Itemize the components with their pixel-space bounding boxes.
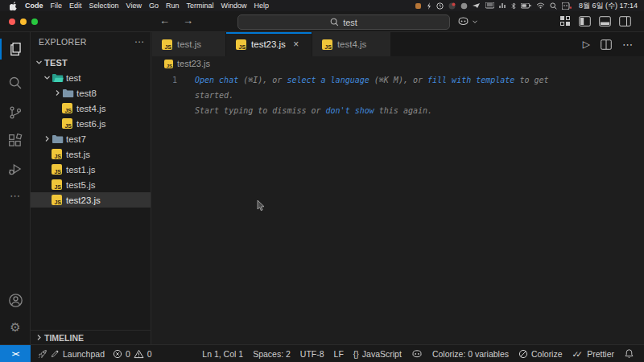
- sidebar-title: EXPLORER: [39, 37, 87, 47]
- clock-icon[interactable]: [436, 2, 444, 10]
- extensions-icon[interactable]: [0, 130, 31, 151]
- bluetooth-icon[interactable]: [511, 2, 516, 10]
- open-chat-link[interactable]: Open chat: [195, 76, 238, 84]
- tree-file-test5[interactable]: JS test5.js: [31, 177, 151, 192]
- colorize-variables-button[interactable]: Colorize: 0 variables: [427, 349, 514, 359]
- tab-test23-js-active[interactable]: JS test23.js ×: [226, 32, 312, 56]
- close-window-button[interactable]: [9, 19, 15, 25]
- notifications-bell-icon[interactable]: [619, 348, 639, 359]
- ghost-text-line3: Start typing to dismiss or don't show th…: [195, 103, 644, 118]
- tree-folder-test[interactable]: test: [31, 70, 151, 85]
- dont-show-link[interactable]: don't show: [326, 106, 374, 115]
- tab-test-js[interactable]: JS test.js: [152, 32, 226, 56]
- folder-icon: [52, 134, 65, 144]
- js-file-icon: JS: [162, 39, 172, 50]
- tree-file-test[interactable]: JS test.js: [31, 146, 151, 162]
- menu-window[interactable]: Window: [221, 2, 246, 10]
- tree-folder-test8[interactable]: test8: [31, 85, 151, 101]
- cursor-position-button[interactable]: Ln 1, Col 1: [197, 349, 248, 359]
- eol-button[interactable]: LF: [329, 349, 349, 359]
- js-file-icon: JS: [236, 39, 246, 50]
- explorer-icon[interactable]: [0, 39, 31, 60]
- apple-logo-icon[interactable]: [10, 2, 17, 10]
- toggle-panel-icon[interactable]: [599, 16, 611, 27]
- menu-view[interactable]: View: [126, 2, 142, 10]
- navigate-forward-button[interactable]: →: [183, 14, 193, 27]
- zoom-window-button[interactable]: [31, 19, 38, 25]
- menu-go[interactable]: Go: [149, 2, 159, 10]
- accounts-icon[interactable]: [0, 290, 31, 311]
- keyboard-icon[interactable]: [485, 2, 494, 9]
- command-center-search[interactable]: test: [237, 14, 450, 30]
- js-file-icon: JS: [164, 60, 173, 68]
- tree-folder-test7[interactable]: test7: [31, 131, 151, 146]
- remote-indicator-button[interactable]: ><: [0, 345, 31, 362]
- split-editor-icon[interactable]: [601, 39, 612, 50]
- tree-file-test4[interactable]: JS test4.js: [31, 101, 151, 116]
- js-file-icon: JS: [52, 195, 62, 205]
- customize-layout-icon[interactable]: [559, 15, 571, 27]
- colorize-button[interactable]: Colorize: [514, 349, 568, 359]
- toggle-secondary-sidebar-icon[interactable]: [619, 16, 631, 27]
- tree-file-test1[interactable]: JS test1.js: [31, 162, 151, 177]
- menubar-clock[interactable]: 8월 6일 (수) 17:14: [579, 1, 638, 11]
- file-tree: TEST test test8 JS test4.js JS test6.js …: [31, 55, 151, 208]
- run-file-button[interactable]: ▷: [583, 39, 590, 50]
- spotlight-search-icon[interactable]: [550, 2, 557, 10]
- code-area[interactable]: 1 Open chat (⌘I), or select a language (…: [152, 72, 644, 118]
- close-tab-icon[interactable]: ×: [291, 39, 302, 50]
- battery-icon[interactable]: [521, 3, 531, 9]
- folder-open-icon: [52, 72, 65, 83]
- copilot-menu-button[interactable]: [457, 15, 478, 27]
- copilot-status-button[interactable]: [407, 348, 427, 360]
- js-file-icon: JS: [52, 149, 62, 159]
- breadcrumb[interactable]: JS test23.js: [152, 56, 644, 71]
- tree-root-test[interactable]: TEST: [31, 55, 151, 70]
- menu-edit[interactable]: Edit: [69, 2, 82, 10]
- additional-views-icon[interactable]: ⋯: [0, 185, 31, 206]
- settings-gear-icon[interactable]: ⚙: [0, 317, 31, 338]
- minimize-window-button[interactable]: [20, 19, 27, 25]
- navigate-back-button[interactable]: ←: [159, 14, 170, 27]
- tree-file-test23-selected[interactable]: JS test23.js: [31, 192, 151, 208]
- wifi-icon[interactable]: [536, 2, 545, 9]
- menu-run[interactable]: Run: [166, 2, 180, 10]
- tree-file-test6[interactable]: JS test6.js: [31, 116, 151, 131]
- menu-help[interactable]: Help: [254, 2, 269, 10]
- screen: { "menubar": { "menus": ["Code", "File",…: [0, 0, 644, 362]
- tab-test4-js[interactable]: JS test4.js: [312, 32, 391, 56]
- ghost-text-line1: Open chat (⌘I), or select a language (⌘K…: [195, 72, 644, 88]
- search-view-icon[interactable]: [0, 72, 31, 93]
- select-language-link[interactable]: select a language: [287, 76, 369, 84]
- launchpad-status-button[interactable]: Launchpad: [34, 349, 109, 359]
- gray-app-icon[interactable]: [460, 2, 468, 10]
- plane-icon[interactable]: [473, 2, 481, 9]
- badge-app-icon[interactable]: [448, 2, 456, 10]
- fill-template-link[interactable]: fill with template: [427, 76, 514, 84]
- app-status-icon[interactable]: [415, 2, 422, 10]
- warning-icon: [134, 349, 144, 359]
- explorer-more-actions-icon[interactable]: ⋯: [134, 36, 144, 47]
- user-status-icon[interactable]: [562, 2, 572, 10]
- menu-code[interactable]: Code: [25, 2, 43, 10]
- mouse-cursor: [256, 200, 266, 212]
- js-file-icon: JS: [52, 179, 62, 190]
- chevron-right-icon: [42, 135, 52, 142]
- run-debug-icon[interactable]: [0, 158, 31, 179]
- problems-status-button[interactable]: 0 0: [109, 349, 156, 359]
- toggle-primary-sidebar-icon[interactable]: [579, 16, 591, 27]
- menu-file[interactable]: File: [51, 2, 63, 10]
- timeline-section[interactable]: TIMELINE: [31, 330, 151, 344]
- menu-selection[interactable]: Selection: [89, 2, 119, 10]
- bolt-icon[interactable]: [427, 2, 431, 10]
- encoding-button[interactable]: UTF-8: [295, 349, 329, 359]
- editor-more-actions-icon[interactable]: ⋯: [622, 39, 634, 51]
- brush-icon: [51, 349, 60, 358]
- source-control-icon[interactable]: [0, 102, 31, 123]
- indentation-button[interactable]: Spaces: 2: [248, 349, 295, 359]
- stats-icon[interactable]: [499, 2, 506, 9]
- language-mode-button[interactable]: {} JavaScript: [349, 349, 407, 359]
- menu-terminal[interactable]: Terminal: [186, 2, 213, 10]
- prettier-button[interactable]: ✓✓ Prettier: [568, 349, 619, 359]
- chevron-right-icon: [52, 89, 62, 97]
